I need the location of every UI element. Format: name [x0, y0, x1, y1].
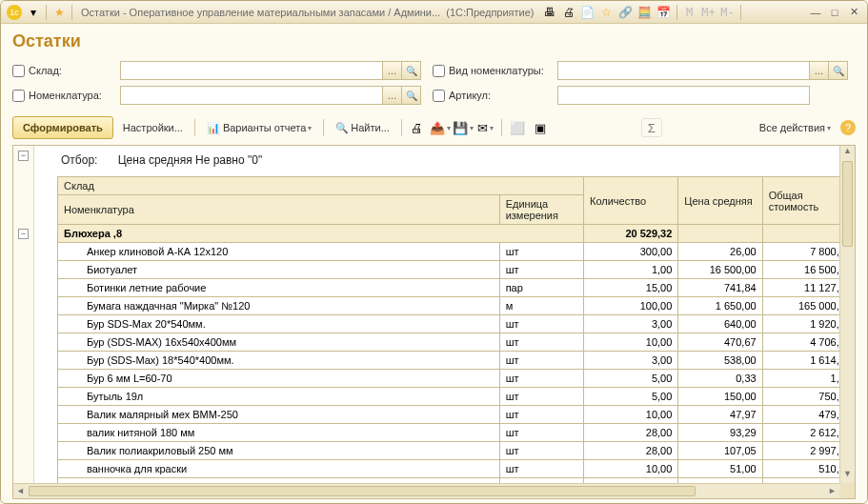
table-row[interactable]: ванночка для краскишт10,0051,00510,00 — [58, 460, 856, 478]
table-row[interactable]: валик нитяной 180 ммшт28,0093,292 612,12 — [58, 424, 856, 442]
group-row[interactable]: Блюхера ,820 529,32 — [58, 225, 856, 243]
window-title: Остатки - Оперативное управление материа… — [81, 7, 535, 18]
variants-button[interactable]: 📊Варианты отчета — [201, 117, 317, 138]
expander-column: − − — [13, 146, 34, 498]
warehouse-label: Склад: — [29, 65, 116, 76]
collapse-icon[interactable]: ▣ — [531, 118, 550, 137]
scroll-left-icon[interactable]: ◄ — [13, 484, 28, 498]
sigma-icon[interactable]: Σ — [641, 118, 662, 137]
table-row[interactable]: Валик малярный мех ВММ-250шт10,0047,9747… — [58, 406, 856, 424]
find-button[interactable]: 🔍Найти... — [330, 117, 395, 138]
kind-label: Вид номенклатуры: — [449, 65, 554, 76]
toolbar: Сформировать Настройки... 📊Варианты отче… — [12, 116, 856, 139]
search-button[interactable]: 🔍 — [402, 86, 421, 105]
kind-input[interactable] — [557, 61, 810, 80]
table-row[interactable]: Биотуалетшт1,0016 500,0016 500,00 — [58, 261, 856, 279]
app-logo-icon: 1c — [7, 5, 22, 20]
nomenclature-checkbox[interactable] — [12, 90, 25, 102]
scroll-right-icon[interactable]: ► — [825, 484, 839, 498]
export-icon[interactable]: 📤 — [431, 118, 450, 137]
expand-level-button[interactable]: − — [18, 151, 29, 161]
report-filter-line: Отбор: Цена средняя Не равно "0" — [34, 146, 855, 176]
warehouse-input[interactable] — [120, 61, 383, 80]
m-minus-button[interactable]: M- — [720, 5, 736, 20]
scroll-down-icon[interactable]: ▼ — [840, 469, 855, 483]
maximize-button[interactable]: □ — [826, 5, 843, 20]
scroll-up-icon[interactable]: ▲ — [840, 146, 855, 160]
report-area: − − Отбор: Цена средняя Не равно "0" Скл… — [12, 145, 856, 499]
scroll-thumb[interactable] — [842, 161, 853, 247]
warehouse-checkbox[interactable] — [12, 65, 25, 77]
m-plus-button[interactable]: M+ — [701, 5, 717, 20]
close-button[interactable]: ✕ — [845, 5, 862, 20]
minimize-button[interactable]: — — [807, 5, 824, 20]
horizontal-scrollbar[interactable]: ◄ ► — [13, 483, 839, 498]
scroll-corner — [839, 483, 855, 498]
vertical-scrollbar[interactable]: ▲ ▼ — [839, 146, 855, 483]
table-row[interactable]: Ботинки летние рабочиепар15,00741,8411 1… — [58, 279, 856, 297]
expand-icon[interactable]: ⬜ — [508, 118, 527, 137]
search-button[interactable]: 🔍 — [402, 61, 421, 80]
titlebar: 1c ▾ ★ Остатки - Оперативное управление … — [1, 1, 867, 24]
report-body[interactable]: Отбор: Цена средняя Не равно "0" Склад К… — [34, 146, 855, 498]
print-preview-icon[interactable]: 🖶 — [542, 5, 557, 20]
favorite-icon[interactable]: ★ — [51, 5, 67, 20]
star-icon[interactable]: ☆ — [599, 5, 615, 20]
m-button[interactable]: M — [682, 5, 697, 20]
all-actions-button[interactable]: Все действия — [754, 117, 837, 138]
filter-row-2: Номенклатура: … 🔍 Артикул: — [12, 86, 856, 105]
kind-checkbox[interactable] — [433, 65, 445, 77]
document-icon[interactable]: 📄 — [580, 5, 595, 20]
link-icon[interactable]: 🔗 — [618, 5, 634, 20]
col-warehouse: Склад — [58, 177, 584, 195]
table-row[interactable]: Бур (SDS-Max) 18*540*400мм.шт3,00538,001… — [58, 352, 856, 370]
search-button[interactable]: 🔍 — [829, 61, 848, 80]
ellipsis-button[interactable]: … — [810, 61, 829, 80]
scroll-thumb[interactable] — [29, 486, 696, 496]
nav-dropdown-icon[interactable]: ▾ — [26, 5, 41, 20]
ellipsis-button[interactable]: … — [383, 86, 402, 105]
col-nomenclature: Номенклатура — [58, 195, 500, 225]
table-row[interactable]: Бумага наждачная "Мирка" №120м100,001 65… — [58, 297, 856, 315]
nomenclature-label: Номенклатура: — [29, 90, 116, 101]
col-qty: Количество — [583, 177, 677, 225]
calculator-icon[interactable]: 🧮 — [637, 5, 653, 20]
filter-row-1: Склад: … 🔍 Вид номенклатуры: … 🔍 — [12, 61, 856, 80]
table-row[interactable]: Анкер клиновой А-КА 12х120шт300,0026,007… — [58, 243, 856, 261]
col-price: Цена средняя — [678, 177, 762, 225]
mail-icon[interactable]: ✉ — [476, 118, 495, 137]
table-row[interactable]: Бур 6 мм L=60-70шт5,000,331,65 — [58, 370, 856, 388]
table-row[interactable]: Бур SDS-Max 20*540мм.шт3,00640,001 920,0… — [58, 315, 856, 333]
save-icon[interactable]: 💾 — [454, 118, 473, 137]
article-input[interactable] — [557, 86, 810, 105]
table-row[interactable]: Бутыль 19лшт5,00150,00750,00 — [58, 388, 856, 406]
help-icon[interactable]: ? — [840, 120, 856, 135]
calendar-icon[interactable]: 📅 — [656, 5, 672, 20]
expand-group-button[interactable]: − — [18, 229, 29, 239]
table-row[interactable]: Валик полиакриловый 250 ммшт28,00107,052… — [58, 442, 856, 460]
article-label: Артикул: — [449, 90, 554, 101]
col-unit: Единица измерения — [499, 195, 583, 225]
report-table: Склад Количество Цена средняя Общая стои… — [57, 176, 855, 498]
nomenclature-input[interactable] — [120, 86, 383, 105]
table-row[interactable]: Бур (SDS-MAX) 16х540х400ммшт10,00470,674… — [58, 333, 856, 352]
print-icon[interactable]: 🖨 — [408, 118, 427, 137]
article-checkbox[interactable] — [433, 90, 445, 102]
ellipsis-button[interactable]: … — [383, 61, 402, 80]
page-title: Остатки — [12, 31, 856, 51]
settings-button[interactable]: Настройки... — [117, 117, 189, 138]
form-button[interactable]: Сформировать — [12, 116, 113, 139]
print-icon[interactable]: 🖨 — [561, 5, 576, 20]
